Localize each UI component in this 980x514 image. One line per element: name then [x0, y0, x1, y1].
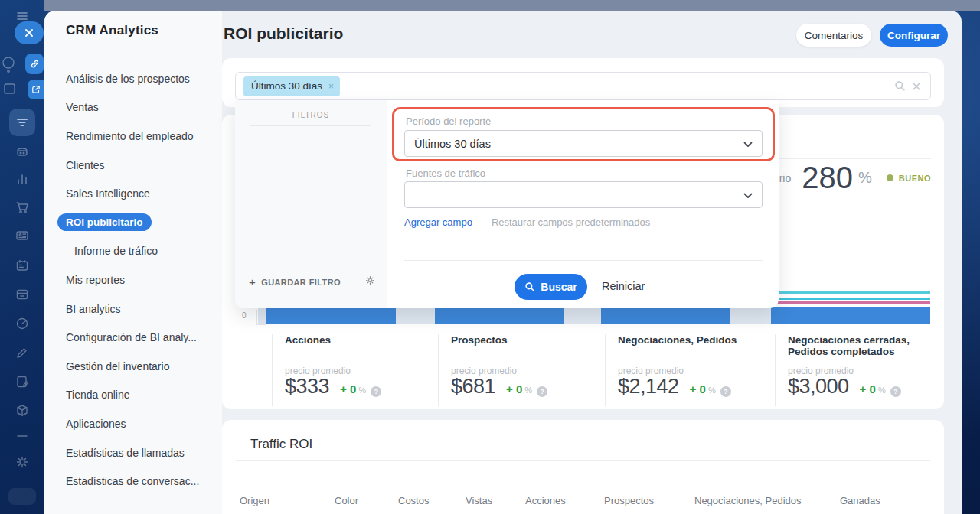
- robot-icon[interactable]: [0, 144, 44, 158]
- divider: [250, 125, 371, 126]
- content-surface: CRM Analytics Análisis de los prospectos…: [44, 11, 962, 514]
- metric-negociaciones: Negociaciones, Pedidos precio promedio $…: [605, 334, 775, 406]
- filter-tag-label: Últimos 30 días: [251, 80, 322, 92]
- metric-acciones: Acciones precio promedio $333 + 0 % ?: [272, 334, 438, 406]
- clear-search-icon[interactable]: [912, 82, 921, 91]
- reset-button[interactable]: Reiniciar: [602, 280, 645, 292]
- configure-button[interactable]: Configurar: [880, 24, 948, 47]
- metric-value: $2,142: [618, 375, 679, 399]
- gear-icon[interactable]: [364, 275, 376, 289]
- status-badge: BUENO: [899, 174, 931, 183]
- sidebar-item-analisis-prospectos[interactable]: Análisis de los prospectos: [66, 64, 217, 93]
- sidebar-item-sales-intelligence[interactable]: Sales Intelligence: [66, 179, 217, 208]
- archive-icon[interactable]: [0, 287, 44, 302]
- help-icon[interactable]: ?: [371, 386, 381, 397]
- column-header-vistas[interactable]: Vistas: [466, 495, 492, 506]
- metric-title: Acciones: [285, 334, 438, 346]
- sidebar-item-configuracion-bi[interactable]: Configuración de BI analy...: [66, 323, 217, 352]
- filter-search-bar[interactable]: Últimos 30 días ×: [235, 72, 931, 100]
- filter-icon[interactable]: [9, 109, 35, 136]
- column-header-color[interactable]: Color: [335, 495, 358, 506]
- traffic-roi-title: Traffic ROI: [250, 437, 312, 452]
- column-header-ganadas[interactable]: Ganadas: [840, 495, 880, 506]
- y-axis-zero-label: 0: [242, 311, 247, 320]
- sidebar-item-bi-analytics[interactable]: BI analytics: [66, 294, 217, 324]
- add-field-link[interactable]: Agregar campo: [404, 216, 472, 228]
- funnel-bar-track: [258, 307, 930, 324]
- help-icon[interactable]: ?: [890, 386, 901, 397]
- sidebar-title: CRM Analytics: [66, 23, 158, 38]
- traffic-roi-card: Traffic ROI Origen Color Costos Vistas A…: [222, 420, 944, 514]
- cart-icon[interactable]: [0, 200, 44, 215]
- divider: [404, 260, 763, 261]
- help-icon[interactable]: ?: [720, 386, 731, 397]
- link-icon[interactable]: [25, 54, 44, 74]
- external-link-icon[interactable]: [28, 80, 44, 99]
- metric-value: $681: [451, 375, 495, 399]
- search-icon: [524, 281, 535, 292]
- filter-popup: FILTROS + GUARDAR FILTRO Período del rep…: [235, 100, 779, 308]
- sidebar-item-mis-reportes[interactable]: Mis reportes: [66, 265, 217, 294]
- sidebar-item-informe-trafico[interactable]: Informe de tráfico: [66, 237, 217, 266]
- metric-title: Negociaciones cerradas, Pedidos completa…: [788, 334, 932, 357]
- status-dot: [887, 174, 893, 181]
- highlight-annotation: [392, 107, 775, 161]
- save-filter-button[interactable]: + GUARDAR FILTRO: [249, 275, 341, 288]
- remove-tag-icon[interactable]: ×: [328, 81, 334, 92]
- traffic-sources-select[interactable]: [404, 181, 763, 208]
- document-edit-icon[interactable]: [0, 374, 44, 389]
- column-header-acciones[interactable]: Acciones: [525, 495, 566, 506]
- funnel-bar-segment[interactable]: [601, 307, 730, 324]
- sidebar-item-aplicaciones[interactable]: Aplicaciones: [66, 409, 217, 438]
- app-rail: [0, 0, 44, 514]
- filters-heading: FILTROS: [235, 111, 387, 119]
- metric-delta: + 0: [690, 382, 706, 395]
- calendar-icon[interactable]: [0, 258, 44, 273]
- metric-delta: + 0: [860, 382, 876, 395]
- metric-delta-unit: %: [708, 386, 716, 395]
- funnel-bar-segment[interactable]: [435, 307, 564, 324]
- window-top-strip: [44, 0, 980, 11]
- sidebar-item-clientes[interactable]: Clientes: [66, 151, 217, 180]
- restore-defaults-link[interactable]: Restaurar campos predeterminados: [492, 216, 650, 228]
- package-icon[interactable]: [0, 403, 44, 418]
- column-header-negociaciones-pedidos[interactable]: Negociaciones, Pedidos: [694, 495, 801, 506]
- sidebar-item-gestion-inventario[interactable]: Gestión del inventario: [66, 352, 217, 381]
- roi-unit: %: [858, 169, 872, 187]
- pencil-icon[interactable]: [0, 345, 44, 360]
- roi-value: 280: [802, 161, 853, 195]
- sidebar-item-estadisticas-conversaciones[interactable]: Estadísticas de conversac...: [66, 467, 217, 496]
- sidebar-item-estadisticas-llamadas[interactable]: Estadísticas de llamadas: [66, 438, 217, 467]
- sources-field-label: Fuentes de tráfico: [406, 168, 485, 179]
- id-card-icon[interactable]: [0, 229, 44, 242]
- search-button[interactable]: Buscar: [514, 274, 587, 300]
- search-icon[interactable]: [894, 80, 906, 92]
- plus-icon: +: [249, 275, 256, 288]
- funnel-bar-segment[interactable]: [266, 307, 396, 324]
- column-header-costos[interactable]: Costos: [398, 495, 429, 506]
- funnel-bar-segment[interactable]: [771, 307, 930, 324]
- metric-delta: + 0: [506, 382, 522, 395]
- metric-value: $333: [285, 375, 329, 399]
- metric-title: Negociaciones, Pedidos: [618, 334, 775, 346]
- comments-button[interactable]: Comentarios: [796, 24, 871, 47]
- metric-delta-unit: %: [358, 386, 366, 395]
- gear-icon[interactable]: [0, 454, 44, 470]
- metric-title: Prospectos: [451, 334, 605, 346]
- metric-delta-unit: %: [878, 386, 886, 395]
- close-icon[interactable]: [15, 21, 44, 44]
- filter-tag[interactable]: Últimos 30 días ×: [243, 76, 340, 96]
- column-header-origen[interactable]: Origen: [240, 495, 270, 506]
- gauge-icon[interactable]: [0, 316, 44, 331]
- column-header-prospectos[interactable]: Prospectos: [604, 495, 654, 506]
- chevron-down-icon: [743, 189, 753, 201]
- menu-icon[interactable]: [0, 11, 44, 21]
- help-icon[interactable]: ?: [537, 386, 547, 397]
- bar-chart-icon[interactable]: [0, 171, 44, 187]
- sidebar-item-ventas[interactable]: Ventas: [66, 93, 217, 122]
- sidebar-menu: Análisis de los prospectos Ventas Rendim…: [66, 64, 217, 496]
- metric-prospectos: Prospectos precio promedio $681 + 0 % ?: [438, 334, 605, 406]
- sidebar-item-tienda-online[interactable]: Tienda online: [66, 381, 217, 410]
- sidebar-item-rendimiento-empleado[interactable]: Rendimiento del empleado: [66, 122, 217, 151]
- sidebar-item-roi-publicitario[interactable]: ROI publicitario: [66, 208, 217, 237]
